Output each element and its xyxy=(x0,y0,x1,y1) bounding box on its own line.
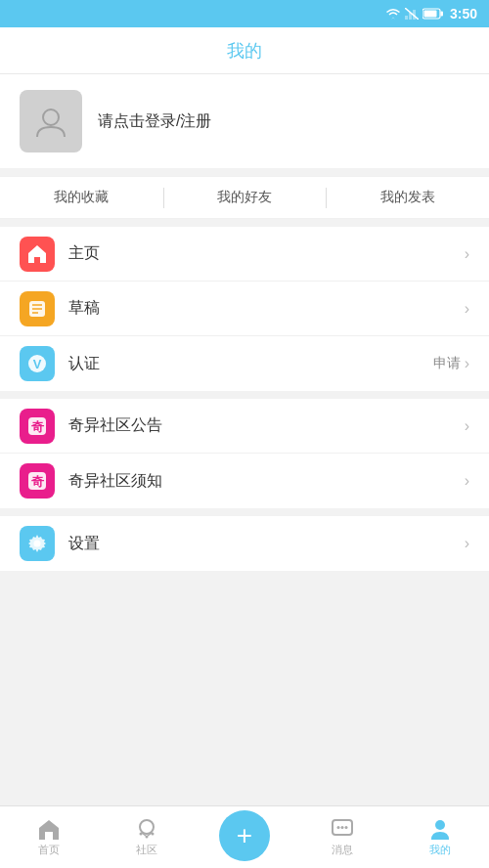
status-bar: 3:50 xyxy=(0,0,489,27)
plus-icon: + xyxy=(237,822,252,849)
nav-community-icon xyxy=(135,818,158,840)
svg-point-27 xyxy=(337,826,340,829)
nav-home-icon xyxy=(37,818,61,840)
chevron-icon: › xyxy=(465,355,469,372)
menu-label-home: 主页 xyxy=(68,243,465,264)
settings-icon-bg xyxy=(20,526,55,561)
tab-posts[interactable]: 我的发表 xyxy=(326,177,489,218)
nav-item-message[interactable]: 消息 xyxy=(293,806,391,868)
status-time: 3:50 xyxy=(450,6,477,22)
bottom-nav: 首页 社区 + 消息 我的 xyxy=(0,805,489,868)
home-icon xyxy=(26,243,48,265)
menu-item-verify[interactable]: V 认证 申请 › xyxy=(0,336,489,391)
nav-label-home: 首页 xyxy=(38,843,60,857)
svg-text:奇: 奇 xyxy=(31,419,45,434)
svg-point-29 xyxy=(345,826,348,829)
menu-item-draft[interactable]: 草稿 › xyxy=(0,282,489,336)
svg-point-7 xyxy=(43,109,59,125)
menu-item-settings[interactable]: 设置 › xyxy=(0,516,489,571)
draft-icon xyxy=(26,298,48,320)
nav-label-community: 社区 xyxy=(136,843,157,857)
verify-icon-bg: V xyxy=(20,346,55,381)
verify-extra: 申请 xyxy=(433,355,461,372)
nav-item-community[interactable]: 社区 xyxy=(98,806,196,868)
chevron-icon: › xyxy=(465,535,469,552)
svg-point-28 xyxy=(341,826,344,829)
menu-label-draft: 草稿 xyxy=(68,298,465,319)
avatar xyxy=(20,90,82,152)
plus-button[interactable]: + xyxy=(219,810,270,861)
nav-item-profile[interactable]: 我的 xyxy=(391,806,489,868)
svg-text:奇: 奇 xyxy=(31,474,45,489)
svg-point-20 xyxy=(140,820,154,834)
verify-icon: V xyxy=(26,353,48,374)
chevron-icon: › xyxy=(465,472,469,490)
draft-icon-bg xyxy=(20,291,55,326)
menu-label-rules: 奇异社区须知 xyxy=(68,471,465,492)
login-prompt[interactable]: 请点击登录/注册 xyxy=(98,111,211,132)
profile-section[interactable]: 请点击登录/注册 xyxy=(0,74,489,168)
nav-label-profile: 我的 xyxy=(429,843,451,857)
chevron-icon: › xyxy=(465,300,469,318)
chevron-icon: › xyxy=(465,245,469,263)
svg-rect-0 xyxy=(405,16,408,20)
wifi-icon xyxy=(385,8,401,20)
tab-collections[interactable]: 我的收藏 xyxy=(0,177,163,218)
tab-friends[interactable]: 我的好友 xyxy=(163,177,327,218)
menu-section-1: 主页 › 草稿 › V 认证 申请 › xyxy=(0,227,489,391)
menu-label-notice: 奇异社区公告 xyxy=(68,415,465,436)
status-icons xyxy=(385,8,444,20)
svg-text:V: V xyxy=(33,357,42,371)
menu-item-home[interactable]: 主页 › xyxy=(0,227,489,282)
menu-item-notice[interactable]: 奇 奇异社区公告 › xyxy=(0,399,489,454)
svg-point-30 xyxy=(435,820,445,830)
chevron-icon: › xyxy=(465,417,469,435)
svg-rect-5 xyxy=(440,12,443,17)
home-icon-bg xyxy=(20,237,55,272)
rules-icon-bg: 奇 xyxy=(20,463,55,499)
menu-item-rules[interactable]: 奇 奇异社区须知 › xyxy=(0,454,489,508)
rules-icon: 奇 xyxy=(26,470,48,492)
menu-label-verify: 认证 xyxy=(68,354,433,374)
tabs-row: 我的收藏 我的好友 我的发表 xyxy=(0,176,489,219)
svg-rect-6 xyxy=(423,11,436,18)
signal-icon xyxy=(405,8,419,20)
menu-section-3: 设置 › xyxy=(0,516,489,571)
notice-icon-bg: 奇 xyxy=(20,409,55,444)
nav-label-message: 消息 xyxy=(332,843,353,857)
page-title: 我的 xyxy=(227,39,262,63)
menu-label-settings: 设置 xyxy=(68,534,465,554)
settings-icon xyxy=(26,533,48,554)
header: 我的 xyxy=(0,27,489,74)
avatar-icon xyxy=(33,104,68,139)
nav-item-plus[interactable]: + xyxy=(196,810,293,865)
menu-section-2: 奇 奇异社区公告 › 奇 奇异社区须知 › xyxy=(0,399,489,508)
nav-item-home[interactable]: 首页 xyxy=(0,806,98,868)
notice-icon: 奇 xyxy=(26,415,48,437)
svg-rect-8 xyxy=(35,257,39,263)
nav-message-icon xyxy=(331,818,354,840)
battery-icon xyxy=(422,8,444,20)
nav-profile-icon xyxy=(428,818,452,840)
